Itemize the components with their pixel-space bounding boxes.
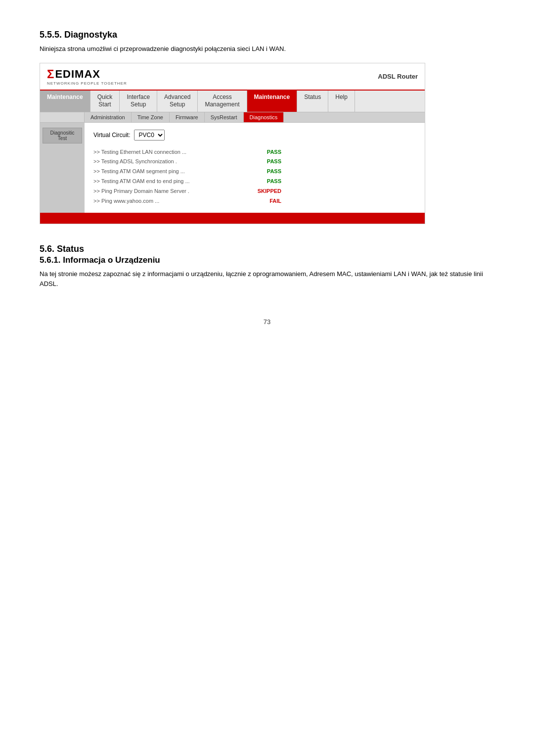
virtual-circuit-row: Virtual Circuit: PVC0: [93, 130, 416, 141]
tab-maintenance[interactable]: Maintenance: [247, 91, 298, 112]
sub-tab-administration[interactable]: Administration: [85, 112, 132, 122]
diagnositic-test-button[interactable]: Diagnositic Test: [43, 128, 82, 143]
nav-tabs-row: Maintenance QuickStart InterfaceSetup Ad…: [40, 91, 425, 112]
virtual-circuit-label: Virtual Circuit:: [93, 132, 130, 139]
sub-tab-spacer: [40, 112, 85, 122]
tab-interface-setup-label: InterfaceSetup: [127, 94, 150, 108]
tab-quick-start-label: QuickStart: [97, 94, 113, 108]
sub-tabs-row: Administration Time Zone Firmware SysRes…: [40, 112, 425, 123]
brand-name: EDIMAX: [55, 68, 100, 81]
tab-quick-start[interactable]: QuickStart: [90, 91, 120, 112]
tab-status-label: Status: [304, 94, 321, 100]
subtab-admin-label: Administration: [90, 114, 125, 120]
main-panel: Virtual Circuit: PVC0 >> Testing Etherne…: [85, 123, 425, 213]
router-header: Σ EDIMAX NETWORKING PEOPLE TOGETHER ADSL…: [40, 63, 425, 91]
router-label: ADSL Router: [378, 73, 418, 80]
test-row-4: >> Testing ATM OAM end to end ping ... P…: [93, 177, 281, 187]
page-number: 73: [40, 318, 494, 326]
logo-area: Σ EDIMAX NETWORKING PEOPLE TOGETHER: [47, 67, 127, 86]
router-logo: Σ EDIMAX: [47, 67, 100, 81]
section-561-title: 5.6.1. Informacja o Urządzeniu: [40, 255, 494, 265]
test-label-1: >> Testing Ethernet LAN connection ...: [93, 147, 186, 157]
sidebar-panel: Diagnositic Test: [40, 123, 85, 213]
tab-access-management-label: AccessManagement: [205, 94, 239, 108]
test-label-2: >> Testing ADSL Synchronization .: [93, 157, 177, 167]
sub-tab-sysrestart[interactable]: SysRestart: [205, 112, 244, 122]
subtab-fw-label: Firmware: [176, 114, 198, 120]
tab-interface-setup[interactable]: InterfaceSetup: [120, 91, 157, 112]
tab-status[interactable]: Status: [297, 91, 328, 112]
test-row-5: >> Ping Primary Domain Name Server . SKI…: [93, 187, 281, 196]
test-row-3: >> Testing ATM OAM segment ping ... PASS: [93, 167, 281, 177]
test-results: >> Testing Ethernet LAN connection ... P…: [93, 147, 416, 206]
test-label-4: >> Testing ATM OAM end to end ping ...: [93, 177, 190, 187]
test-row-1: >> Testing Ethernet LAN connection ... P…: [93, 147, 281, 157]
test-row-6: >> Ping www.yahoo.com ... FAIL: [93, 196, 281, 206]
test-status-3: PASS: [267, 167, 281, 177]
section-56-desc: Na tej stronie możesz zapoznać się z inf…: [40, 269, 494, 288]
test-label-3: >> Testing ATM OAM segment ping ...: [93, 167, 185, 177]
section-555-title: 5.5.5. Diagnostyka: [40, 30, 494, 40]
section-56: 5.6. Status 5.6.1. Informacja o Urządzen…: [40, 244, 494, 288]
test-status-1: PASS: [267, 147, 281, 157]
tab-advanced-setup-label: AdvancedSetup: [164, 94, 190, 108]
test-status-6: FAIL: [269, 196, 281, 206]
test-label-6: >> Ping www.yahoo.com ...: [93, 196, 159, 206]
maintenance-label: Maintenance: [47, 94, 83, 100]
section-555-desc: Niniejsza strona umożliwi ci przeprowadz…: [40, 44, 494, 54]
red-bottom-bar: [40, 213, 425, 224]
tab-maintenance-nav-label: Maintenance: [254, 94, 290, 100]
test-status-2: PASS: [267, 157, 281, 167]
section-56-title: 5.6. Status: [40, 244, 494, 254]
test-row-2: >> Testing ADSL Synchronization . PASS: [93, 157, 281, 167]
subtab-tz-label: Time Zone: [137, 114, 163, 120]
tab-maintenance-label[interactable]: Maintenance: [40, 91, 90, 112]
sigma-icon: Σ: [47, 67, 54, 81]
sub-tab-firmware[interactable]: Firmware: [170, 112, 205, 122]
router-content: Diagnositic Test Virtual Circuit: PVC0 >…: [40, 123, 425, 213]
tab-advanced-setup[interactable]: AdvancedSetup: [157, 91, 198, 112]
logo-tagline: NETWORKING PEOPLE TOGETHER: [47, 81, 127, 86]
tab-access-management[interactable]: AccessManagement: [198, 91, 247, 112]
tab-help-label: Help: [335, 94, 348, 100]
test-label-5: >> Ping Primary Domain Name Server .: [93, 187, 189, 196]
virtual-circuit-select[interactable]: PVC0: [134, 130, 165, 141]
section-555: 5.5.5. Diagnostyka Niniejsza strona umoż…: [40, 30, 494, 54]
test-status-5: SKIPPED: [258, 187, 281, 196]
subtab-sr-label: SysRestart: [211, 114, 237, 120]
tab-help[interactable]: Help: [328, 91, 355, 112]
sub-tab-diagnostics[interactable]: Diagnostics: [244, 112, 284, 122]
sub-tab-timezone[interactable]: Time Zone: [132, 112, 170, 122]
subtab-diag-label: Diagnostics: [250, 114, 278, 120]
router-ui-box: Σ EDIMAX NETWORKING PEOPLE TOGETHER ADSL…: [40, 63, 425, 225]
test-status-4: PASS: [267, 177, 281, 187]
